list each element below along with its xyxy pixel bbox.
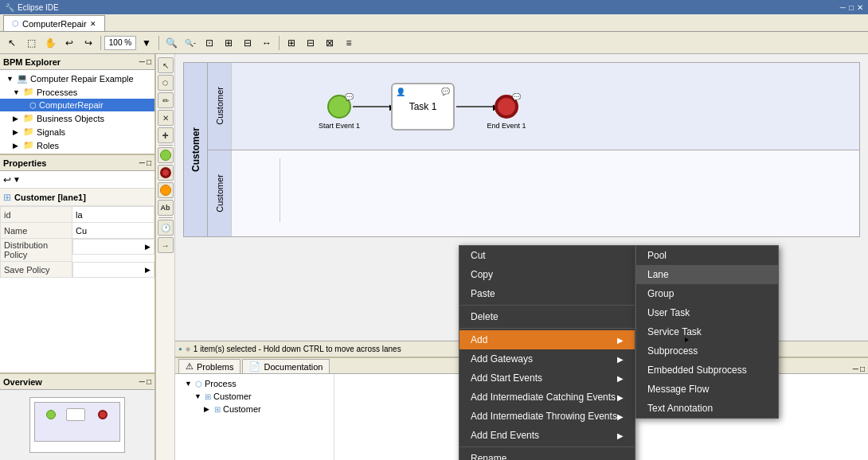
zoom-in-button[interactable]: 🔍 <box>162 34 180 52</box>
clock-button[interactable]: 🕐 <box>158 220 174 236</box>
ctx-sep-1 <box>459 305 635 306</box>
bottom-process-label: Process <box>205 379 237 388</box>
undo-button[interactable]: ↩ <box>61 34 78 52</box>
prop-value-distribution[interactable]: ▶ <box>72 239 154 255</box>
sub-ctx-item-text-annotation[interactable]: Text Annotation <box>636 399 778 418</box>
bottom-maximize-icon[interactable]: □ <box>860 364 865 373</box>
sub-ctx-item-embedded[interactable]: Embedded Subprocess <box>636 361 778 380</box>
redo-button[interactable]: ↪ <box>80 34 97 52</box>
sub-ctx-item-user-task[interactable]: User Task <box>636 303 778 322</box>
sub-ctx-item-message-flow[interactable]: Message Flow <box>636 380 778 399</box>
bottom-tab-documentation[interactable]: 📄 Documentation <box>242 359 330 373</box>
minimize-icon[interactable]: ─ <box>840 3 846 12</box>
properties-toolbar: ↩ ▼ <box>0 171 154 189</box>
zoom-input[interactable] <box>104 36 136 50</box>
prop-input-name[interactable] <box>76 226 151 236</box>
sub-ctx-item-pool[interactable]: Pool <box>636 246 778 265</box>
status-icon-2: ◆ <box>186 345 190 353</box>
zoom-dropdown-button[interactable]: ▼ <box>138 34 155 52</box>
align-button[interactable]: ≡ <box>340 34 358 52</box>
sub-ctx-item-subprocess[interactable]: Subprocess <box>636 341 778 361</box>
fit-page-button[interactable]: ⊡ <box>201 34 218 52</box>
ctx-item-cut[interactable]: Cut <box>459 246 635 265</box>
task-element[interactable]: 👤 💬 Task 1 <box>391 83 455 131</box>
tab-close-icon[interactable]: ✕ <box>90 20 96 28</box>
ctx-item-add-throw[interactable]: Add Intermediate Throwing Events ▶ <box>459 407 635 426</box>
tree-item-roles[interactable]: ▶ 📁 Roles <box>0 138 154 152</box>
tree-arrow-processes: ▼ <box>13 88 21 96</box>
tree-item-root[interactable]: ▼ 💻 Computer Repair Example <box>0 72 154 85</box>
bottom-tab-problems[interactable]: ⚠ Problems <box>178 359 240 373</box>
prop-input-id[interactable] <box>76 210 151 220</box>
zoom-page-button[interactable]: ⊟ <box>239 34 256 52</box>
ctx-item-delete[interactable]: Delete <box>459 307 635 326</box>
prop-value-id[interactable] <box>72 207 154 223</box>
maximize-icon[interactable]: □ <box>849 3 854 12</box>
ctx-item-copy[interactable]: Copy <box>459 265 635 284</box>
start-event-button[interactable] <box>158 147 174 163</box>
pencil-button[interactable]: ✏ <box>158 92 174 108</box>
zoom-out-button[interactable]: 🔍- <box>182 34 199 52</box>
prop-dropdown-icon[interactable]: ▼ <box>13 175 21 184</box>
tab-computerrepair[interactable]: ⬡ ComputerRepair ✕ <box>3 15 105 31</box>
text-button[interactable]: Ab <box>158 200 174 216</box>
cursor-tool-button[interactable]: ↖ <box>158 57 174 73</box>
bpm-maximize-icon[interactable]: □ <box>147 57 151 66</box>
intermediate-event-button[interactable] <box>158 182 174 198</box>
sub-context-menu: Pool Lane Group User Task Service Task S… <box>635 245 779 419</box>
bpm-minimize-icon[interactable]: ─ <box>139 57 145 66</box>
prop-value-name[interactable] <box>72 223 154 239</box>
actual-size-button[interactable]: ⊞ <box>220 34 237 52</box>
snap-button[interactable]: ⊟ <box>302 34 319 52</box>
ctx-item-add-gateways[interactable]: Add Gateways ▶ <box>459 349 635 368</box>
add-tool-button[interactable]: + <box>158 127 174 143</box>
properties-panel: Properties ─ □ ↩ ▼ ⊞ Customer [lane1] <box>0 154 154 372</box>
bpm-explorer-header: BPM Explorer ─ □ <box>0 54 154 70</box>
tree-label-roles: Roles <box>37 141 59 150</box>
bottom-minimize-icon[interactable]: ─ <box>853 364 858 373</box>
sub-ctx-item-group[interactable]: Group <box>636 284 778 303</box>
prop-value-savepolicy[interactable]: ▶ <box>72 262 154 278</box>
overview-maximize-icon[interactable]: □ <box>147 377 151 386</box>
ctx-item-add[interactable]: Add ▶ <box>459 330 635 349</box>
hand-tool-button[interactable]: ✋ <box>41 34 59 52</box>
sub-ctx-item-lane[interactable]: Lane <box>636 265 778 284</box>
sub-ctx-item-service-task[interactable]: Service Task <box>636 322 778 341</box>
select-all-button[interactable]: ⬚ <box>22 34 40 52</box>
overview-minimize-icon[interactable]: ─ <box>139 377 145 386</box>
close-icon[interactable]: ✕ <box>857 3 863 12</box>
tree-item-processes[interactable]: ▼ 📁 Processes <box>0 85 154 99</box>
prop-distribution-arrow[interactable]: ▶ <box>145 243 151 251</box>
zoom-width-button[interactable]: ↔ <box>258 34 276 52</box>
layout-button[interactable]: ⊞ <box>283 34 300 52</box>
delete-tool-button[interactable]: ✕ <box>158 110 174 126</box>
bottom-tree-process[interactable]: ▼ ⬡ Process <box>182 377 327 390</box>
select-tool-button[interactable]: ↖ <box>3 34 21 52</box>
bottom-tree-area: ▼ ⬡ Process ▼ ⊞ Customer ▶ <box>175 374 334 460</box>
folder-icon-roles: 📁 <box>23 140 34 150</box>
prop-maximize-icon[interactable]: □ <box>147 158 151 167</box>
prop-savepolicy-arrow[interactable]: ▶ <box>145 266 151 274</box>
tree-item-bizobjects[interactable]: ▶ 📁 Business Objects <box>0 111 154 125</box>
main-toolbar: ↖ ⬚ ✋ ↩ ↪ ▼ 🔍 🔍- ⊡ ⊞ ⊟ ↔ ⊞ ⊟ ⊠ ≡ <box>0 32 868 54</box>
bottom-tree-customer-lane[interactable]: ▶ ⊞ Customer <box>182 403 327 415</box>
arrow-button[interactable]: → <box>158 237 174 253</box>
bottom-customer-lane-arrow: ▶ <box>204 405 212 413</box>
tree-item-signals[interactable]: ▶ 📁 Signals <box>0 125 154 138</box>
ctx-item-add-end[interactable]: Add End Events ▶ <box>459 426 635 445</box>
grid-button[interactable]: ⊠ <box>321 34 338 52</box>
ctx-item-add-start[interactable]: Add Start Events ▶ <box>459 368 635 388</box>
prop-minimize-icon[interactable]: ─ <box>139 158 145 167</box>
ctx-item-add-catch[interactable]: Add Intermediate Catching Events ▶ <box>459 388 635 407</box>
prop-back-icon[interactable]: ↩ <box>3 174 11 185</box>
bottom-tree-customer-pool[interactable]: ▼ ⊞ Customer <box>182 390 327 403</box>
end-event-button[interactable] <box>158 165 174 181</box>
lane-1-content[interactable]: Start Event 1 💬 ▶ 👤 💬 Task 1 <box>232 63 859 150</box>
ctx-item-paste[interactable]: Paste <box>459 284 635 303</box>
window-controls: ─ □ ✕ <box>840 3 863 12</box>
task-icon: 👤 <box>396 88 405 96</box>
ctx-item-rename[interactable]: Rename... <box>459 449 635 460</box>
lane-2-content[interactable] <box>232 150 859 237</box>
scroll-up-button[interactable]: ⬡ <box>158 75 174 91</box>
tree-item-computerrepair[interactable]: ⬡ ComputerRepair <box>0 99 154 111</box>
